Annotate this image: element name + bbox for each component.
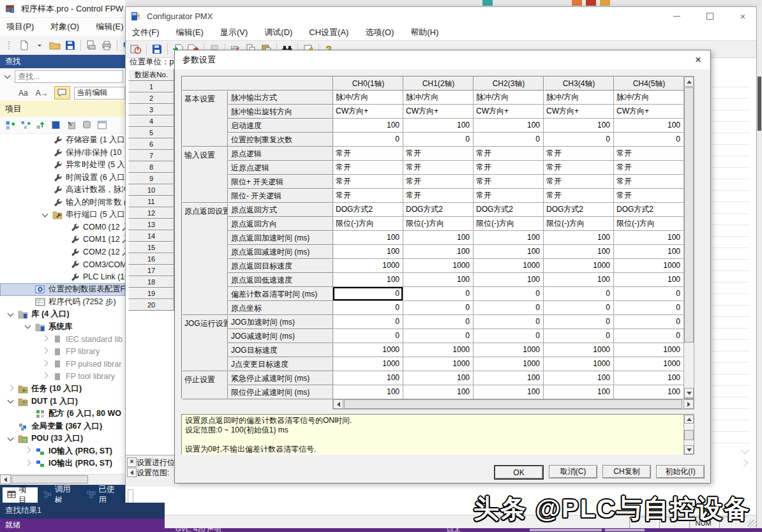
value-cell[interactable]: 0 xyxy=(403,315,474,329)
value-cell[interactable]: 100 xyxy=(403,371,474,385)
value-cell[interactable]: 限位(-)方向 xyxy=(544,217,614,231)
stack-icon[interactable] xyxy=(79,118,94,132)
data-table-row[interactable]: 7 xyxy=(128,150,174,161)
value-cell[interactable]: 脉冲/方向 xyxy=(333,91,403,105)
value-cell[interactable]: CW方向+ xyxy=(474,105,544,119)
comment-filter-button[interactable] xyxy=(54,86,70,100)
data-table-row[interactable]: 13 xyxy=(128,219,174,230)
value-cell[interactable]: 100 xyxy=(333,273,403,287)
value-cell[interactable]: 0 xyxy=(474,301,544,315)
value-cell[interactable]: 100 xyxy=(403,273,474,287)
value-cell[interactable]: 0 xyxy=(403,133,474,147)
tab-used[interactable]: 已使用 xyxy=(82,487,125,503)
value-cell[interactable]: 常开 xyxy=(403,147,474,161)
data-table-row[interactable]: 20 xyxy=(128,299,174,311)
tree-item[interactable]: 全局变量 (367 入口) xyxy=(0,420,125,433)
value-cell[interactable]: 100 xyxy=(474,231,544,245)
tree-item[interactable]: 位置控制数据表配置F xyxy=(0,283,125,296)
tree-item[interactable]: COM2 (12 入 xyxy=(0,246,125,259)
tree-item[interactable]: 输入的时间常数 ( xyxy=(0,196,125,209)
value-cell[interactable]: 常开 xyxy=(544,147,614,161)
value-cell[interactable]: 100 xyxy=(333,231,403,245)
value-cell[interactable]: 100 xyxy=(544,371,614,385)
value-cell[interactable]: 0 xyxy=(544,287,614,301)
value-cell[interactable]: CW方向+ xyxy=(544,105,614,119)
value-cell[interactable]: 1000 xyxy=(333,357,403,371)
value-cell[interactable]: 常开 xyxy=(474,189,544,203)
value-cell[interactable]: 100 xyxy=(333,119,403,133)
scrollbar-thumb[interactable] xyxy=(684,430,694,440)
value-cell[interactable]: 0 xyxy=(614,301,684,315)
value-cell[interactable]: 100 xyxy=(614,119,684,133)
value-cell[interactable]: 100 xyxy=(544,273,614,287)
scroll-up-button[interactable] xyxy=(684,415,694,424)
value-cell[interactable]: 1000 xyxy=(614,357,684,371)
value-cell[interactable]: 100 xyxy=(614,385,684,399)
tree-item[interactable]: 串行端口 (5 入口 xyxy=(0,209,125,221)
tree-item[interactable]: COM3/COM xyxy=(0,258,125,271)
tree-item[interactable]: FP library xyxy=(0,346,125,358)
value-cell[interactable]: 0 xyxy=(544,133,614,147)
close-button[interactable]: × xyxy=(736,10,750,22)
value-cell[interactable]: 脉冲/方向 xyxy=(474,91,544,105)
value-cell[interactable]: 100 xyxy=(544,245,614,259)
scrollbar-thumb[interactable] xyxy=(11,475,88,484)
data-table-row[interactable]: 5 xyxy=(128,127,174,138)
value-cell[interactable]: 100 xyxy=(403,231,474,245)
value-cell[interactable]: 0 xyxy=(474,133,544,147)
value-cell[interactable]: 常开 xyxy=(403,161,474,175)
value-cell[interactable]: 0 xyxy=(474,315,544,329)
value-cell[interactable]: 脉冲/方向 xyxy=(544,91,614,105)
dropdown-icon[interactable] xyxy=(32,38,47,52)
value-cell[interactable]: 100 xyxy=(544,119,614,133)
description-scrollbar[interactable] xyxy=(684,414,694,455)
value-cell[interactable]: 常开 xyxy=(614,147,684,161)
print-page-icon[interactable] xyxy=(84,38,99,52)
data-table-row[interactable]: 12 xyxy=(128,207,174,219)
tree-item[interactable]: IEC standard lib xyxy=(0,333,125,346)
value-cell[interactable]: 100 xyxy=(333,385,403,399)
grip-icon[interactable] xyxy=(1,38,17,52)
value-cell[interactable]: 常开 xyxy=(474,161,544,175)
value-cell[interactable]: 限位(-)方向 xyxy=(403,217,474,231)
value-cell[interactable]: 0 xyxy=(614,315,684,329)
selected-value-cell[interactable]: 0 xyxy=(333,287,403,301)
right-chevron-icon[interactable] xyxy=(38,346,52,358)
scroll-right-button[interactable] xyxy=(684,399,694,409)
tree-item[interactable]: 异常时处理 (5 入 xyxy=(0,159,125,172)
close-icon[interactable]: × xyxy=(127,457,137,467)
value-cell[interactable]: 0 xyxy=(614,133,684,147)
value-cell[interactable]: 限位(-)方向 xyxy=(474,217,544,231)
search-scope-select[interactable]: 当前编辑 xyxy=(74,87,125,100)
value-cell[interactable]: 0 xyxy=(474,287,544,301)
search-input[interactable] xyxy=(15,70,123,83)
value-cell[interactable]: 1000 xyxy=(614,259,684,273)
value-cell[interactable]: 0 xyxy=(544,301,614,315)
tab-call-tree[interactable]: 调用树 xyxy=(39,487,82,503)
value-cell[interactable]: 常开 xyxy=(403,189,474,203)
tree-add-icon[interactable] xyxy=(3,118,18,132)
sidebar-horizontal-scrollbar[interactable] xyxy=(0,474,125,485)
initialize-button[interactable]: 初始化(I) xyxy=(656,465,705,478)
value-cell[interactable]: 常开 xyxy=(544,189,614,203)
data-table-row[interactable]: 16 xyxy=(128,253,174,265)
value-cell[interactable]: 限位(-)方向 xyxy=(333,217,403,231)
right-chevron-icon[interactable] xyxy=(38,333,52,345)
scrollbar-thumb[interactable] xyxy=(684,87,694,343)
tree-item[interactable]: 存储容量 (1 入口 xyxy=(0,134,125,147)
value-cell[interactable]: DOG方式2 xyxy=(333,203,403,217)
maximize-button[interactable] xyxy=(703,10,717,22)
value-cell[interactable]: DOG方式2 xyxy=(614,203,684,217)
value-cell[interactable]: 1000 xyxy=(544,259,614,273)
value-cell[interactable]: DOG方式2 xyxy=(544,203,614,217)
data-table-row[interactable]: 11 xyxy=(128,196,174,207)
value-cell[interactable]: 0 xyxy=(474,329,544,343)
tree-item[interactable]: 高速计数器，脉冲 xyxy=(0,184,125,196)
down-chevron-icon[interactable] xyxy=(3,308,18,320)
tree-item[interactable]: 时间设置 (6 入口 xyxy=(0,172,125,184)
chevron-right-icon[interactable] xyxy=(740,459,748,467)
value-cell[interactable]: 1000 xyxy=(544,343,614,357)
value-cell[interactable]: 100 xyxy=(333,245,403,259)
value-cell[interactable]: 100 xyxy=(403,385,474,399)
tree-item[interactable]: FP pulsed librar xyxy=(0,358,125,371)
